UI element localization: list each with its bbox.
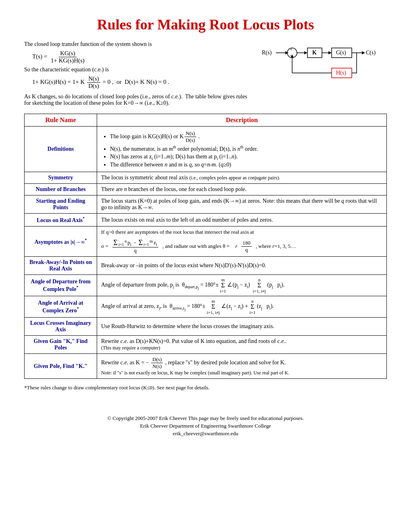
desc-definitions: The loop gain is KG(s)H(s) or KN(s)D(s) … <box>97 127 387 172</box>
svg-text:K: K <box>312 50 317 56</box>
table-row: Angle of Departure from Complex Pole* An… <box>25 275 387 296</box>
rule-asymptotes: Asymptotes as |s|→∞* <box>25 227 97 257</box>
rule-branches: Number of Branches <box>25 184 97 195</box>
table-row: Symmetry The locus is symmetric about re… <box>25 172 387 184</box>
rs-label: R(s) <box>262 50 272 56</box>
rule-definitions: Definitions <box>25 127 97 172</box>
table-row: Asymptotes as |s|→∞* If q>0 there are as… <box>25 227 387 257</box>
rule-symmetry: Symmetry <box>25 172 97 184</box>
svg-text:C(s): C(s) <box>366 50 376 56</box>
rule-arrival: Angle of Arrival at Complex Zero* <box>25 296 97 318</box>
rule-breakaway: Break-Away/-In Points on Real Axis <box>25 257 97 275</box>
svg-marker-14 <box>362 51 365 54</box>
desc-arrival: Angle of arrival at zero, zj, is θarrive… <box>97 296 387 318</box>
transfer-function: T(s) = KG(s) 1+ KG(s)H(s) <box>32 50 250 64</box>
desc-asymptotes: If q>0 there are asymptotes of the root … <box>97 227 387 257</box>
intro-section: The closed loop transfer function of the… <box>24 41 387 106</box>
table-row: Given Gain "K," Find Poles Rewrite c.e. … <box>25 336 387 354</box>
def-item-3: N(s) has zeros at zi (i=1..m); D(s) has … <box>110 154 382 161</box>
def-item-2: N(s), the numerator, is an mth order pol… <box>110 145 382 152</box>
rule-imaginary: Locus Crosses Imaginary Axis <box>25 318 97 336</box>
svg-text:+: + <box>290 47 293 52</box>
rule-start-end: Starting and Ending Points <box>25 195 97 214</box>
table-header-row: Rule Name Description <box>25 114 387 127</box>
rules-table: Rule Name Description Definitions The lo… <box>24 114 387 379</box>
footnote: *These rules change to draw complementar… <box>24 384 387 391</box>
intro-sentence1: The closed loop transfer function of the… <box>24 41 250 48</box>
copyright-line2: Erik Cheever Department of Engineering S… <box>24 423 387 429</box>
desc-start-end: The locus starts (K=0) at poles of loop … <box>97 195 387 214</box>
copyright-line3: erik_cheever@swarthmore.edu <box>24 430 387 437</box>
ce-equation: 1+ KG(s)H(s) = 1+ K N(s) D(s) = 0 , or D… <box>32 75 250 89</box>
rule-given-gain: Given Gain "K," Find Poles <box>25 336 97 354</box>
def-item-4: The difference between n and m is q, so … <box>110 162 382 168</box>
asymptote-formula: σ = Σ i=1 n pi − Σ i=1 m zi <box>101 239 382 254</box>
rule-real-axis: Locus on Real Axis* <box>25 214 97 227</box>
svg-text:H(s): H(s) <box>336 70 346 76</box>
intro-paragraph: As K changes, so do locations of closed … <box>24 94 250 106</box>
desc-real-axis: The locus exists on real axis to the lef… <box>97 214 387 227</box>
table-row: Locus Crosses Imaginary Axis Use Routh-H… <box>25 318 387 336</box>
desc-given-gain: Rewrite c.e. as D(s)+KN(s)=0. Put value … <box>97 336 387 354</box>
header-description: Description <box>97 114 387 127</box>
ce-fraction: N(s) D(s) <box>87 75 100 89</box>
desc-symmetry: The locus is symmetric about real axis (… <box>97 172 387 184</box>
page-title: Rules for Making Root Locus Plots <box>24 16 387 33</box>
copyright-section: © Copyright 2005-2007 Erik Cheever This … <box>24 415 387 437</box>
rule-given-pole: Given Pole, Find "K." <box>25 354 97 379</box>
svg-marker-6 <box>304 51 307 54</box>
svg-marker-10 <box>328 51 332 54</box>
table-row: Break-Away/-In Points on Real Axis Break… <box>25 257 387 275</box>
table-row: Given Pole, Find "K." Rewrite c.e. as K … <box>25 354 387 379</box>
svg-text:G(s): G(s) <box>336 50 346 56</box>
intro-text: The closed loop transfer function of the… <box>24 41 250 106</box>
desc-given-pole: Rewrite c.e. as K = − D(s) N(s) , replac… <box>97 354 387 379</box>
copyright-line1: © Copyright 2005-2007 Erik Cheever This … <box>24 415 387 422</box>
table-row: Number of Branches There are n branches … <box>25 184 387 195</box>
table-row: Definitions The loop gain is KG(s)H(s) o… <box>25 127 387 172</box>
table-row: Locus on Real Axis* The locus exists on … <box>25 214 387 227</box>
intro-sentence2: So the characteristic equation (c.e.) is <box>24 66 250 73</box>
desc-imaginary: Use Routh-Hurwitz to determine where the… <box>97 318 387 336</box>
table-row: Angle of Arrival at Complex Zero* Angle … <box>25 296 387 318</box>
desc-departure: Angle of departure from pole, pj is θdep… <box>97 275 387 296</box>
svg-marker-1 <box>285 51 289 54</box>
header-rule-name: Rule Name <box>25 114 97 127</box>
definitions-list: The loop gain is KG(s)H(s) or KN(s)D(s) … <box>101 130 382 168</box>
tf-fraction: KG(s) 1+ KG(s)H(s) <box>50 50 86 64</box>
block-diagram: R(s) + - K G(s) C(s) <box>258 39 387 87</box>
desc-breakaway: Break-away or –in points of the locus ex… <box>97 257 387 275</box>
table-row: Starting and Ending Points The locus sta… <box>25 195 387 214</box>
desc-branches: There are n branches of the locus, one f… <box>97 184 387 195</box>
def-item-1: The loop gain is KG(s)H(s) or KN(s)D(s) … <box>110 130 382 143</box>
block-diagram-svg: R(s) + - K G(s) C(s) <box>258 39 387 87</box>
given-pole-note: Note: if "s" is not exactly on locus, K … <box>101 370 289 376</box>
rule-departure: Angle of Departure from Complex Pole* <box>25 275 97 296</box>
